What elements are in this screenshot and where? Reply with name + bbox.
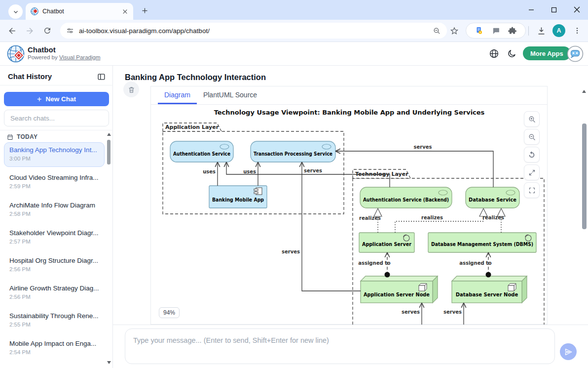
scrollbar-thumb[interactable] <box>107 140 110 164</box>
downloads-icon[interactable] <box>533 23 549 39</box>
collapse-sidebar-icon[interactable] <box>97 72 106 81</box>
language-globe-icon[interactable] <box>488 48 500 59</box>
node-application-server-node: Application Server Node <box>361 276 438 303</box>
svg-text:Database Server Node: Database Server Node <box>456 292 518 297</box>
powered-by-prefix: Powered by <box>28 54 59 60</box>
today-label: TODAY <box>17 133 37 140</box>
tab-search-chevron-button[interactable] <box>8 4 23 19</box>
maximize-icon <box>551 7 557 13</box>
fullscreen-icon <box>528 187 536 194</box>
scroll-up-arrow[interactable] <box>582 90 586 93</box>
address-bar[interactable]: ai-toolbox.visual-paradigm.com/app/chatb… <box>60 23 447 39</box>
search-input[interactable] <box>4 110 109 126</box>
fullscreen-button[interactable] <box>524 182 540 198</box>
svg-text:Authentication Service (Backen: Authentication Service (Backend) <box>363 197 449 203</box>
chat-item-time: 2:54 PM <box>9 349 99 355</box>
svg-text:serves: serves <box>414 144 432 150</box>
svg-text:uses: uses <box>203 169 216 174</box>
reset-view-button[interactable] <box>524 147 540 163</box>
browser-tab[interactable]: Chatbot <box>26 3 133 20</box>
main-scrollbar[interactable] <box>581 86 588 325</box>
svg-text:serves: serves <box>443 309 462 315</box>
zoom-out-button[interactable] <box>524 129 540 145</box>
svg-text:Authentication Service: Authentication Service <box>173 151 230 157</box>
plus-icon <box>141 7 148 14</box>
window-close-button[interactable] <box>567 0 587 19</box>
zoom-indicator-icon[interactable] <box>433 27 441 35</box>
scroll-up-arrow[interactable] <box>107 133 111 136</box>
edge-uses: uses <box>243 162 260 186</box>
forward-button[interactable] <box>22 23 37 39</box>
chat-history-item[interactable]: Airline Growth Strategy Diag... 2:56 PM <box>4 281 105 305</box>
window-maximize-button[interactable] <box>544 0 564 19</box>
powered-by: Powered by Visual Paradigm <box>28 54 100 60</box>
divider <box>113 325 588 325</box>
calendar-icon <box>7 134 13 140</box>
edge-realizes: realizes <box>359 208 382 233</box>
new-chat-label: New Chat <box>45 95 76 103</box>
node-auth-service: Authentication Service <box>170 141 233 162</box>
chat-history-item[interactable]: Stakeholder Viewpoint Diagr... 2:57 PM <box>4 225 105 250</box>
svg-text:assigned to: assigned to <box>358 260 391 266</box>
chat-history-item[interactable]: Banking App Technology Int... 3:00 PM <box>4 142 105 167</box>
more-apps-button[interactable]: More Apps <box>523 46 571 60</box>
scrollbar-thumb[interactable] <box>582 123 587 229</box>
bot-chat-icon[interactable] <box>566 45 584 63</box>
svg-text:Database Management System (DB: Database Management System (DBMS) <box>431 242 533 247</box>
chat-extension-icon[interactable] <box>492 27 500 35</box>
edge-uses: uses <box>203 162 220 186</box>
reload-icon <box>43 26 52 35</box>
node-dbms: Database Management System (DBMS) <box>428 233 536 252</box>
docs-extension-icon[interactable] <box>475 26 483 35</box>
edge-realizes: realizes <box>395 208 487 233</box>
chat-item-title: Mobile App Impact on Enga... <box>9 340 99 347</box>
delete-chat-button[interactable] <box>123 82 139 97</box>
message-input[interactable] <box>125 328 555 364</box>
browser-menu-kebab-icon[interactable] <box>569 23 585 39</box>
visual-paradigm-link[interactable]: Visual Paradigm <box>59 54 101 60</box>
chat-history-item[interactable]: ArchiMate Info Flow Diagram 2:58 PM <box>4 198 105 222</box>
app-title-block: Chatbot Powered by Visual Paradigm <box>28 45 100 60</box>
reload-button[interactable] <box>39 23 55 39</box>
chat-history-sidebar: Chat History + New Chat TODAY Banking Ap… <box>0 66 113 368</box>
window-minimize-button[interactable] <box>521 0 541 19</box>
diagram-zoom-controls <box>524 111 540 200</box>
divider <box>0 130 113 130</box>
dark-mode-moon-icon[interactable] <box>506 48 517 59</box>
svg-text:Database Service: Database Service <box>469 197 516 203</box>
node-database-server-node: Database Server Node <box>452 276 527 303</box>
expand-icon <box>528 169 536 176</box>
chat-history-item[interactable]: Sustainability Through Rene... 2:55 PM <box>4 308 105 333</box>
new-tab-button[interactable] <box>139 5 150 16</box>
tab-bar: Diagram PlantUML Source <box>151 86 547 105</box>
tab-plantuml-source[interactable]: PlantUML Source <box>197 86 263 104</box>
node-transaction-processing-service: Transaction Processing Service <box>251 141 335 162</box>
scroll-down-arrow[interactable] <box>107 361 111 364</box>
chat-history-item[interactable]: Hospital Org Structure Diagr... 2:56 PM <box>4 253 105 278</box>
expand-button[interactable] <box>524 164 540 180</box>
url-text: ai-toolbox.visual-paradigm.com/app/chatb… <box>79 27 428 35</box>
extensions-puzzle-icon[interactable] <box>508 26 517 35</box>
svg-text:Application Server: Application Server <box>362 242 411 247</box>
new-chat-button[interactable]: + New Chat <box>4 92 109 106</box>
tab-close-icon[interactable] <box>122 8 128 15</box>
bookmark-star-icon[interactable] <box>446 23 462 39</box>
trash-icon <box>128 86 135 93</box>
today-section-header: TODAY <box>7 133 37 140</box>
app-title: Chatbot <box>28 45 100 54</box>
back-button[interactable] <box>4 23 20 39</box>
visual-paradigm-logo <box>7 44 26 63</box>
send-button[interactable] <box>560 343 577 360</box>
profile-avatar[interactable]: A <box>552 24 565 37</box>
zoom-in-button[interactable] <box>524 111 540 127</box>
forward-icon <box>25 26 35 36</box>
diagram-canvas[interactable]: Technology Usage Viewpoint: Banking Mobi… <box>151 105 547 325</box>
chat-item-time: 2:56 PM <box>9 294 99 300</box>
chat-history-item[interactable]: Cloud Video Streaming Infra... 2:59 PM <box>4 170 105 195</box>
browser-tab-strip: Chatbot <box>0 0 588 20</box>
tab-diagram[interactable]: Diagram <box>158 86 197 104</box>
more-apps-label: More Apps <box>530 50 563 57</box>
sidebar-scrollbar[interactable] <box>106 130 112 368</box>
chat-history-item[interactable]: Mobile App Impact on Enga... 2:54 PM <box>4 336 105 361</box>
chat-item-title: Airline Growth Strategy Diag... <box>9 285 99 292</box>
